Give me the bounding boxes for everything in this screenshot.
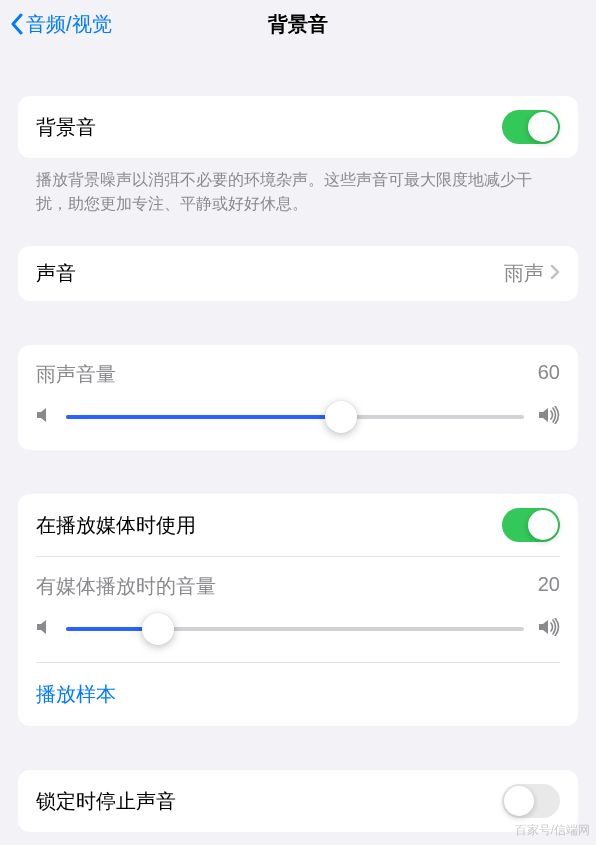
slider-thumb: [325, 401, 357, 433]
sound-label: 声音: [36, 260, 504, 287]
group-sound: 声音 雨声: [18, 246, 578, 301]
stop-on-lock-description: 启用时，背景音在 iPad 锁定时将会停止。: [0, 832, 596, 845]
slider-thumb: [142, 613, 174, 645]
row-sound-select[interactable]: 声音 雨声: [18, 246, 578, 301]
toggle-knob: [528, 112, 558, 142]
use-with-media-label: 在播放媒体时使用: [36, 512, 502, 539]
row-use-with-media: 在播放媒体时使用: [18, 494, 578, 556]
group-media: 在播放媒体时使用 有媒体播放时的音量 20 播放样本: [18, 494, 578, 726]
back-label: 音频/视觉: [26, 11, 112, 38]
page-title: 背景音: [268, 11, 328, 38]
stop-on-lock-toggle[interactable]: [502, 784, 560, 818]
chevron-right-icon: [550, 264, 560, 284]
toggle-knob: [528, 510, 558, 540]
media-volume-section: 有媒体播放时的音量 20: [18, 557, 578, 662]
speaker-low-icon: [36, 618, 52, 640]
volume-section: 雨声音量 60: [18, 345, 578, 450]
speaker-low-icon: [36, 406, 52, 428]
background-sound-label: 背景音: [36, 114, 502, 141]
toggle-knob: [504, 786, 534, 816]
media-volume-slider[interactable]: [66, 627, 524, 631]
sound-value: 雨声: [504, 260, 544, 287]
volume-slider[interactable]: [66, 415, 524, 419]
media-volume-value: 20: [538, 573, 560, 600]
nav-header: 音频/视觉 背景音: [0, 0, 596, 48]
group-lock: 锁定时停止声音: [18, 770, 578, 832]
media-volume-label: 有媒体播放时的音量: [36, 573, 216, 600]
play-sample-button[interactable]: 播放样本: [18, 663, 578, 726]
chevron-left-icon: [8, 10, 26, 38]
speaker-high-icon: [538, 406, 560, 428]
volume-value: 60: [538, 361, 560, 388]
background-sound-description: 播放背景噪声以消弭不必要的环境杂声。这些声音可最大限度地减少干扰，助您更加专注、…: [0, 158, 596, 216]
group-background-sound: 背景音: [18, 96, 578, 158]
speaker-high-icon: [538, 618, 560, 640]
background-sound-toggle[interactable]: [502, 110, 560, 144]
row-stop-on-lock: 锁定时停止声音: [18, 770, 578, 832]
stop-on-lock-label: 锁定时停止声音: [36, 788, 502, 815]
back-button[interactable]: 音频/视觉: [8, 10, 112, 38]
use-with-media-toggle[interactable]: [502, 508, 560, 542]
volume-label: 雨声音量: [36, 361, 116, 388]
watermark: 百家号/信端网: [515, 822, 590, 839]
slider-fill: [66, 415, 341, 419]
row-background-sound-toggle: 背景音: [18, 96, 578, 158]
group-volume: 雨声音量 60: [18, 345, 578, 450]
